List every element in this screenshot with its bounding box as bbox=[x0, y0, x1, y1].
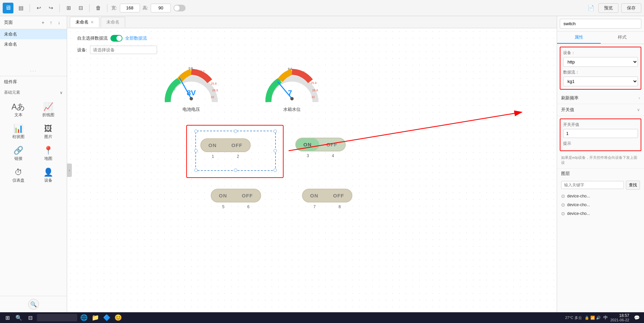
taskbar-notification-btn[interactable]: 💬 bbox=[632, 313, 641, 322]
move-down-btn[interactable]: ↓ bbox=[55, 19, 63, 26]
taskbar-browser-btn[interactable]: 🌐 bbox=[79, 313, 89, 322]
svg-text:22.7: 22.7 bbox=[199, 70, 205, 73]
component-gauge[interactable]: ⏱ 仪表盘 bbox=[4, 166, 33, 186]
taskbar-folder-btn[interactable]: 📁 bbox=[91, 313, 100, 322]
redo-btn[interactable]: ↪ bbox=[46, 3, 55, 13]
layer-search-input[interactable] bbox=[561, 181, 624, 189]
left-sidebar: 页面 + ↑ ↓ 未命名 未命名 ··· 组件库 基础元素 ∨ Aあ 文本 bbox=[0, 16, 67, 312]
grid-view-btn[interactable]: ⊞ bbox=[64, 3, 73, 13]
switch-5-label: 5 bbox=[222, 204, 225, 209]
map-icon: 📍 bbox=[43, 146, 53, 154]
refresh-rate-row[interactable]: 刷新频率 › bbox=[557, 92, 644, 104]
layer-item-1[interactable]: ⊙ device-cho... bbox=[557, 192, 644, 200]
tab-1-close[interactable]: ✕ bbox=[91, 20, 94, 25]
svg-point-1 bbox=[190, 97, 193, 100]
device-row: 设备: bbox=[77, 46, 157, 54]
move-up-btn[interactable]: ↑ bbox=[47, 19, 55, 26]
toolbar-right: 📄 预览 保存 bbox=[586, 3, 641, 13]
page-item-1[interactable]: 未命名 bbox=[0, 29, 67, 39]
all-data-link[interactable]: 全部数据流 bbox=[125, 35, 147, 41]
switch-value-row[interactable]: 开关值 ∨ bbox=[557, 104, 644, 116]
tab-1[interactable]: 未命名 ✕ bbox=[70, 17, 99, 27]
tab-style[interactable]: 样式 bbox=[601, 32, 644, 44]
switch-7-off[interactable]: OFF bbox=[326, 189, 352, 202]
switch-5-6-buttons[interactable]: ON OFF bbox=[211, 189, 261, 202]
svg-text:3.2: 3.2 bbox=[266, 99, 271, 102]
component-grid: Aあ 文本 📈 折线图 📊 柱状图 🖼 图片 🔗 链接 📍 地图 bbox=[0, 97, 67, 189]
separator-4 bbox=[107, 4, 107, 12]
basic-elements-header: 基础元素 ∨ bbox=[0, 88, 67, 97]
data-flow-toggle[interactable] bbox=[110, 35, 122, 42]
width-input[interactable] bbox=[120, 4, 140, 12]
page-item-2[interactable]: 未命名 bbox=[0, 39, 67, 49]
switch-3-4-buttons[interactable]: ON OFF bbox=[295, 138, 346, 151]
device-label: 设备: bbox=[77, 47, 87, 53]
toggle-switch[interactable] bbox=[174, 5, 186, 11]
pages-header: 页面 + ↑ ↓ bbox=[0, 16, 67, 29]
layer-item-3[interactable]: ⊙ device-cho... bbox=[557, 209, 644, 218]
layer-search-btn[interactable]: 查找 bbox=[626, 181, 640, 190]
taskbar-task-view[interactable]: ⊟ bbox=[26, 313, 35, 322]
component-image[interactable]: 🖼 图片 bbox=[34, 122, 63, 142]
taskbar: ⊞ 🔍 ⊟ 🌐 📁 🔷 😊 27°C 多云 🔒 📶 🔊 中 18:57 2021… bbox=[0, 312, 644, 323]
data-flow-label: 自主选择数据流 bbox=[77, 35, 108, 41]
component-line-chart[interactable]: 📈 折线图 bbox=[34, 100, 63, 121]
switch-5-off[interactable]: OFF bbox=[235, 189, 260, 202]
taskbar-right: 27°C 多云 🔒 📶 🔊 中 18:57 2021-06-22 💬 bbox=[565, 313, 641, 322]
component-link[interactable]: 🔗 链接 bbox=[4, 144, 33, 164]
gauge-icon: ⏱ bbox=[14, 168, 22, 176]
device-select-input[interactable] bbox=[90, 46, 157, 54]
device-select[interactable]: http bbox=[563, 57, 638, 67]
svg-point-12 bbox=[290, 97, 294, 100]
undo-btn[interactable]: ↩ bbox=[34, 3, 43, 13]
switch-6-label: 6 bbox=[247, 204, 250, 209]
taskbar-search-input[interactable] bbox=[37, 314, 77, 321]
switch-on-value-section: 开关开值 提示 bbox=[560, 119, 641, 151]
switch-5-on[interactable]: ON bbox=[211, 189, 235, 202]
component-device-label: 设备 bbox=[44, 178, 52, 183]
taskbar-edge-btn[interactable]: 🔷 bbox=[102, 313, 111, 322]
component-map[interactable]: 📍 地图 bbox=[34, 144, 63, 164]
dataflow-select[interactable]: kg1 bbox=[563, 77, 638, 86]
svg-text:28.9: 28.9 bbox=[212, 89, 218, 92]
height-label: 高: bbox=[143, 5, 148, 11]
switch-7-on[interactable]: ON bbox=[303, 189, 326, 202]
switch-on-value-input[interactable] bbox=[563, 129, 638, 138]
taskbar-search-btn[interactable]: 🔍 bbox=[14, 313, 23, 322]
collapse-handle[interactable]: ‹ bbox=[67, 164, 72, 177]
layout-btn[interactable]: ⊟ bbox=[76, 3, 85, 13]
height-input[interactable] bbox=[151, 4, 171, 12]
start-btn[interactable]: ⊞ bbox=[3, 313, 12, 322]
taskbar-avatar-btn[interactable]: 😊 bbox=[113, 313, 123, 322]
preview-btn[interactable]: 预览 bbox=[598, 3, 618, 13]
component-image-label: 图片 bbox=[44, 134, 52, 140]
layer-item-2[interactable]: ⊙ device-cho... bbox=[557, 200, 644, 209]
document-icon-btn[interactable]: 📄 bbox=[586, 3, 596, 13]
bottom-search-btn[interactable]: 🔍 bbox=[28, 299, 39, 310]
hint-text: 如果是edp设备，开关控件将会向设备下发上面设 bbox=[557, 154, 644, 167]
component-gauge-label: 仪表盘 bbox=[12, 178, 24, 183]
collapse-icon[interactable]: ∨ bbox=[60, 90, 63, 95]
save-btn[interactable]: 保存 bbox=[621, 3, 641, 13]
tab-properties[interactable]: 属性 bbox=[557, 32, 601, 44]
component-bar-chart[interactable]: 📊 柱状图 bbox=[4, 122, 33, 142]
tab-2[interactable]: 未命名 bbox=[101, 17, 125, 27]
component-device[interactable]: 👤 设备 bbox=[34, 166, 63, 186]
svg-text:28.8: 28.8 bbox=[312, 89, 318, 92]
switch-on-value-label: 开关开值 bbox=[563, 122, 638, 128]
component-bar-chart-label: 柱状图 bbox=[12, 134, 24, 140]
layer-item-1-icon: ⊙ bbox=[561, 193, 565, 199]
tab-2-label: 未命名 bbox=[106, 19, 119, 25]
switch-3-off[interactable]: OFF bbox=[319, 138, 345, 151]
component-text[interactable]: Aあ 文本 bbox=[4, 100, 33, 121]
switch-7-8-buttons[interactable]: ON OFF bbox=[302, 189, 352, 202]
layer-item-1-label: device-cho... bbox=[567, 194, 590, 198]
switch-3-on[interactable]: ON bbox=[296, 138, 319, 151]
search-input[interactable] bbox=[560, 19, 641, 29]
delete-btn[interactable]: 🗑 bbox=[94, 3, 103, 13]
tab-1-label: 未命名 bbox=[76, 19, 89, 25]
svg-text:25.6: 25.6 bbox=[311, 81, 317, 85]
component-text-label: 文本 bbox=[14, 112, 22, 118]
add-page-btn[interactable]: + bbox=[39, 19, 47, 26]
sidebar-toggle-btn[interactable]: ▤ bbox=[16, 3, 26, 13]
